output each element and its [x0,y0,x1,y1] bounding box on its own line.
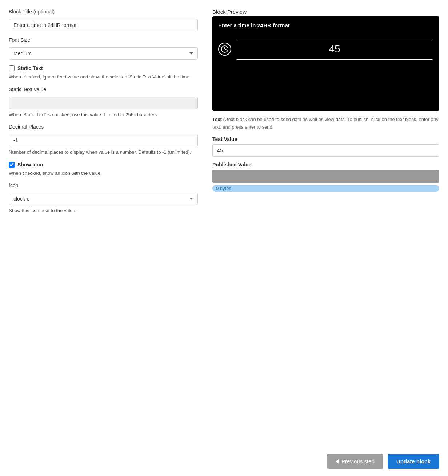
description-text: Text A text block can be used to send da… [212,116,439,131]
show-icon-checkbox-row: Show Icon [9,162,198,168]
published-value-group: Published Value 0 bytes [212,162,439,192]
block-title-label: Block Title (optional) [9,9,198,15]
clock-svg-icon [221,45,229,53]
decimal-places-input[interactable] [9,134,198,146]
block-preview-section: Block Preview Enter a time in 24HR forma… [212,9,439,111]
decimal-places-group: Decimal Places Number of decimal places … [9,124,198,156]
static-text-help: When checked, ignore feed value and show… [9,73,198,81]
left-panel: Block Title (optional) Font Size Small M… [9,9,198,438]
static-text-value-label: Static Text Value [9,86,198,92]
static-text-value-input[interactable] [9,97,198,109]
optional-text: (optional) [33,9,55,15]
update-block-label: Update block [396,458,431,464]
preview-value-row: 45 [218,39,433,60]
bottom-bar: Previous step Update block [0,447,448,476]
icon-help: Show this icon next to the value. [9,207,198,214]
description-bold: Text [212,117,222,122]
font-size-group: Font Size Small Medium Large [9,37,198,60]
decimal-places-label: Decimal Places [9,124,198,130]
static-text-group: Static Text When checked, ignore feed va… [9,65,198,81]
icon-group: Icon clock-o calendar bell star Show thi… [9,182,198,214]
test-value-label: Test Value [212,136,439,142]
test-value-group: Test Value [212,136,439,157]
clock-icon [218,43,231,56]
static-text-checkbox[interactable] [9,65,15,71]
icon-select[interactable]: clock-o calendar bell star [9,193,198,205]
preview-block-title: Enter a time in 24HR format [218,22,433,28]
static-text-label[interactable]: Static Text [17,65,43,71]
update-block-button[interactable]: Update block [388,454,439,469]
block-preview-title: Block Preview [212,9,439,15]
description-body: A text block can be used to send data as… [212,117,439,130]
icon-label: Icon [9,182,198,188]
static-text-value-help: When 'Static Text' is checked, use this … [9,111,198,118]
published-value-bar [212,170,439,183]
static-text-value-group: Static Text Value When 'Static Text' is … [9,86,198,118]
show-icon-group: Show Icon When checked, show an icon wit… [9,162,198,177]
preview-window: Enter a time in 24HR format 45 [212,16,439,111]
published-value-label: Published Value [212,162,439,168]
chevron-left-icon [336,459,339,464]
show-icon-checkbox[interactable] [9,162,15,168]
decimal-places-help: Number of decimal places to display when… [9,149,198,156]
previous-step-button[interactable]: Previous step [327,454,383,469]
right-panel: Block Preview Enter a time in 24HR forma… [212,9,439,438]
bytes-badge: 0 bytes [212,185,439,192]
preview-value-display: 45 [236,39,433,60]
font-size-select[interactable]: Small Medium Large [9,47,198,60]
show-icon-help: When checked, show an icon with the valu… [9,170,198,177]
block-title-group: Block Title (optional) [9,9,198,31]
static-text-checkbox-row: Static Text [9,65,198,71]
previous-step-label: Previous step [341,458,375,464]
block-title-input[interactable] [9,19,198,31]
font-size-label: Font Size [9,37,198,43]
test-value-input[interactable] [212,144,439,157]
show-icon-label[interactable]: Show Icon [17,162,43,168]
